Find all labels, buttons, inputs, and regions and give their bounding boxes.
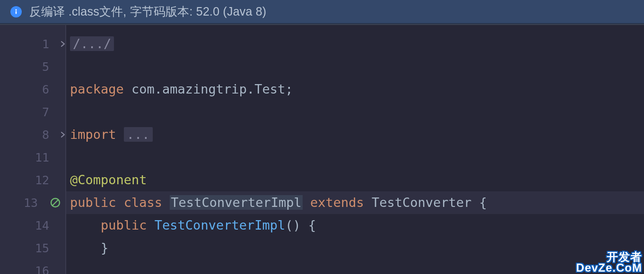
- gutter-row: 15: [0, 237, 65, 259]
- gutter-row: 5: [0, 55, 65, 78]
- svg-point-0: [16, 9, 17, 10]
- line-number: 14: [35, 219, 49, 232]
- code-line[interactable]: public TestConverterImpl() {: [66, 214, 644, 237]
- code-line[interactable]: }: [66, 237, 644, 259]
- code-line[interactable]: [66, 146, 644, 169]
- code-line[interactable]: [66, 259, 644, 274]
- fold-chevron-icon[interactable]: [60, 41, 66, 47]
- line-number: 12: [35, 173, 49, 187]
- code-line[interactable]: [66, 101, 644, 123]
- svg-rect-1: [16, 11, 17, 14]
- gutter-row: 16: [0, 259, 65, 274]
- line-number: 8: [42, 128, 49, 142]
- code-area[interactable]: /.../package com.amazingtrip.Test;import…: [66, 25, 644, 274]
- code-line[interactable]: import ...: [66, 123, 644, 146]
- fold-placeholder[interactable]: ...: [124, 127, 153, 142]
- code-line[interactable]: /.../: [66, 33, 644, 55]
- code-line[interactable]: public class TestConverterImpl extends T…: [66, 191, 644, 214]
- fold-chevron-icon[interactable]: [60, 131, 66, 138]
- line-number: 7: [42, 105, 49, 119]
- gutter: 15678111213141516: [0, 25, 66, 274]
- gutter-row: 8: [0, 123, 65, 146]
- code-line[interactable]: package com.amazingtrip.Test;: [66, 78, 644, 101]
- gutter-row: 1: [0, 33, 65, 55]
- gutter-row: 14: [0, 214, 65, 237]
- line-number: 16: [35, 264, 49, 274]
- gutter-row: 7: [0, 101, 65, 123]
- line-number: 1: [42, 37, 49, 51]
- fold-placeholder[interactable]: /.../: [70, 36, 114, 51]
- line-number: 11: [35, 151, 49, 164]
- code-line[interactable]: @Component: [66, 169, 644, 191]
- notification-banner: 反编译 .class文件, 字节码版本: 52.0 (Java 8): [0, 0, 644, 24]
- code-editor[interactable]: 15678111213141516 /.../package com.amazi…: [0, 24, 644, 274]
- line-number: 5: [42, 60, 49, 74]
- line-number: 15: [35, 241, 49, 255]
- line-number: 6: [42, 83, 49, 96]
- code-line[interactable]: [66, 55, 644, 78]
- gutter-row: 6: [0, 78, 65, 101]
- prohibit-icon: [50, 197, 61, 208]
- line-number: 13: [24, 196, 38, 210]
- banner-text: 反编译 .class文件, 字节码版本: 52.0 (Java 8): [29, 4, 266, 19]
- svg-line-3: [52, 200, 58, 206]
- gutter-row: 11: [0, 146, 65, 169]
- info-icon: [10, 6, 22, 17]
- gutter-row: 13: [0, 191, 65, 214]
- gutter-row: 12: [0, 169, 65, 191]
